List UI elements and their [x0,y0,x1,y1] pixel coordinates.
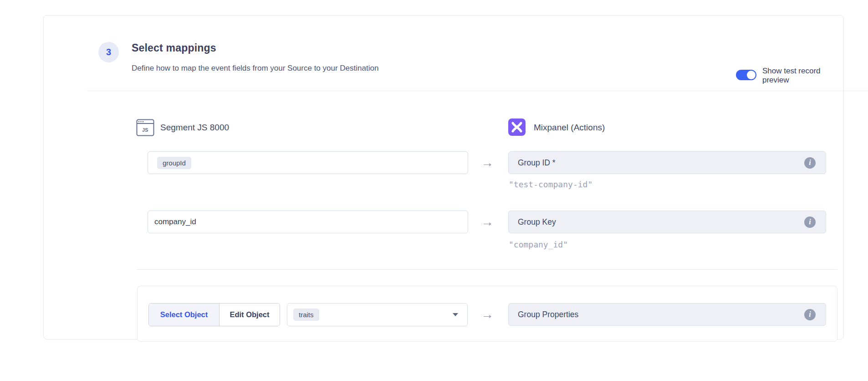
destination-field-group-properties: Group Properties i [508,303,826,326]
arrow-right-icon: → [477,215,497,229]
page-title: Select mappings [132,42,216,54]
mixpanel-icon [508,118,526,136]
edit-object-button[interactable]: Edit Object [220,304,280,326]
select-object-button[interactable]: Select Object [149,304,220,326]
destination-name: Mixpanel (Actions) [534,123,605,133]
mappings-page: 3 Select mappings Define how to map the … [0,0,868,381]
arrow-right-icon: → [477,308,497,322]
svg-text:JS: JS [142,127,148,133]
header-divider [87,91,868,91]
select-mappings-card: 3 Select mappings Define how to map the … [43,15,844,340]
source-field-input-groupid[interactable]: groupId [148,151,468,174]
object-mode-segmented-control: Select Object Edit Object [148,303,280,326]
source-name: Segment JS 8000 [160,123,229,133]
source-field-text: company_id [154,217,196,227]
test-record-preview-value: "test-company-id" [509,180,592,189]
test-record-preview-value: "company_id" [509,240,568,249]
destination-field-label: Group Properties [518,310,578,319]
source-field-input-company-id[interactable]: company_id [148,211,468,233]
source-field-token[interactable]: groupId [157,157,191,169]
section-divider [137,269,837,270]
selected-object-token[interactable]: traits [293,309,319,321]
object-source-select[interactable]: traits [287,303,468,326]
destination-field-label: Group Key [518,217,556,227]
info-icon[interactable]: i [804,309,816,320]
destination-field-group-id: Group ID * i [508,151,826,174]
chevron-down-icon [453,313,458,316]
destination-field-label: Group ID * [518,158,556,168]
toggle-knob [747,71,756,79]
destination-field-group-key: Group Key i [508,211,826,233]
js-browser-icon: JS [136,119,154,136]
page-subtitle: Define how to map the event fields from … [132,64,378,73]
info-icon[interactable]: i [804,216,816,228]
arrow-right-icon: → [477,156,497,170]
step-number-badge: 3 [98,42,119,62]
show-test-record-preview-toggle[interactable] [736,70,756,80]
toggle-label: Show test record preview [762,67,843,85]
info-icon[interactable]: i [804,157,816,169]
